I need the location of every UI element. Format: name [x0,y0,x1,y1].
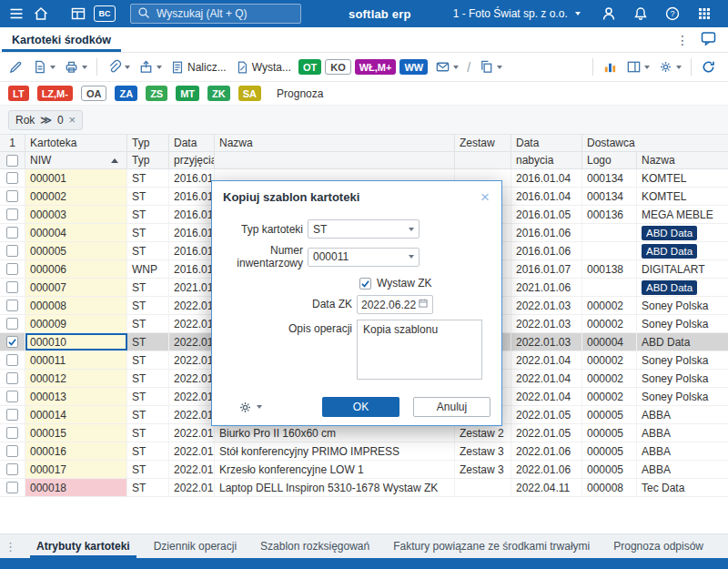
badge-lt[interactable]: LT [8,86,29,101]
cell-niw[interactable]: 000005 [25,242,127,259]
export-button[interactable] [136,57,165,76]
row-checkbox[interactable] [6,391,18,402]
col-header-kartoteka[interactable]: Kartoteka [25,135,127,151]
row-checkbox[interactable] [6,372,18,384]
subcol-header-nabycia[interactable]: nabycia [511,152,582,168]
layout-button[interactable] [623,57,652,76]
wystaw-button[interactable]: Wysta... [232,58,294,76]
cancel-button[interactable]: Anuluj [413,397,490,417]
apps-grid-icon[interactable] [693,2,717,26]
cell-niw[interactable]: 000001 [25,169,127,187]
badge-ot[interactable]: OT [298,59,321,75]
bell-icon[interactable] [629,2,653,26]
col-header-data-nabycia[interactable]: Data [511,135,582,151]
col-header-data-przyjecia[interactable]: Data [169,135,215,151]
col-header-typ[interactable]: Typ [127,135,169,151]
row-checkbox[interactable] [6,227,18,239]
prognoza-button[interactable]: Prognoza [277,87,323,100]
table-row[interactable]: 000015ST2022.01.05Biurko Pro II 160x60 c… [0,424,728,442]
ok-button[interactable]: OK [322,397,399,417]
row-checkbox[interactable] [6,336,18,348]
home-icon[interactable] [28,2,53,26]
help-icon[interactable]: ? [661,2,685,26]
cell-niw[interactable]: 000014 [25,406,127,423]
dialog-gear-button[interactable] [238,400,262,415]
subcol-header-logo[interactable]: Logo [582,152,637,168]
footer-tab-dziennik-operacji[interactable]: Dziennik operacji [142,534,248,558]
subcol-header-niw[interactable]: NIW [25,152,127,168]
barcode-icon[interactable]: BC [94,5,116,22]
chart-icon[interactable] [600,57,621,76]
copy-button[interactable] [476,57,505,76]
cell-niw[interactable]: 000004 [25,224,127,241]
document-info-button[interactable] [29,57,58,76]
filter-chip-rok[interactable]: Rok ≫ 0 × [8,110,83,130]
user-icon[interactable] [597,2,622,26]
badge-zk[interactable]: ZK [207,86,230,101]
kebab-menu-icon[interactable]: ⋮ [676,33,689,47]
chip-remove-icon[interactable]: × [69,113,76,127]
badge-oa[interactable]: OA [81,86,107,101]
search-input[interactable]: Wyszukaj (Alt + Q) [130,4,301,24]
badge-sa[interactable]: SA [238,86,261,101]
company-selector[interactable]: 1 - Foto Świat sp. z o.o. [453,7,581,20]
row-checkbox[interactable] [6,409,18,421]
refresh-button[interactable] [698,57,719,76]
badge-za[interactable]: ZA [115,86,137,101]
cell-niw[interactable]: 000011 [25,351,127,369]
col-header-dostawca[interactable]: Dostawca [582,135,728,151]
row-checkbox[interactable] [6,318,18,330]
chat-icon[interactable] [700,30,717,49]
row-checkbox[interactable] [6,172,18,184]
wystaw-zk-checkbox[interactable] [359,278,371,290]
footer-tab-atrybuty-kartoteki[interactable]: Atrybuty kartoteki [25,534,142,558]
cell-niw[interactable]: 000012 [25,370,127,387]
tab-kartoteki-srodkow[interactable]: Kartoteki środków [2,27,121,52]
gear-button[interactable] [655,57,684,76]
cell-niw[interactable]: 000006 [25,260,127,278]
badge-zs[interactable]: ZS [146,86,167,101]
footer-tab-prognoza-odpisów[interactable]: Prognoza odpisów [602,534,715,558]
badge-lz-m-[interactable]: LZ,M- [37,86,73,101]
table-icon[interactable] [66,2,90,26]
calendar-icon[interactable] [418,298,429,311]
select-all-checkbox[interactable] [6,155,18,167]
menu-icon[interactable] [4,2,28,26]
subcol-header-przyjecia[interactable]: przyjęcia [169,152,215,168]
footer-tab-szablon-rozksięgowań[interactable]: Szablon rozksięgowań [248,534,381,558]
cell-niw[interactable]: 000018 [25,479,127,496]
row-checkbox[interactable] [6,263,18,275]
row-checkbox[interactable] [6,245,18,257]
data-zk-input[interactable]: 2022.06.22 [357,295,433,314]
attachment-button[interactable] [104,57,133,76]
cell-niw[interactable]: 000016 [25,442,127,460]
cell-niw[interactable]: 000017 [25,461,127,478]
print-button[interactable] [61,57,90,76]
row-checkbox[interactable] [6,463,18,475]
row-checkbox[interactable] [6,482,18,493]
footer-tab-faktury-powiązane-ze-środkami-trwałymi[interactable]: Faktury powiązane ze środkami trwałymi [381,534,602,558]
drag-dots-icon[interactable]: ⋮ [0,540,25,554]
row-checkbox[interactable] [6,300,18,311]
cell-niw[interactable]: 000009 [25,315,127,332]
row-checkbox[interactable] [6,190,18,202]
cell-niw[interactable]: 000015 [25,424,127,442]
col-header-zestaw[interactable]: Zestaw [455,135,511,151]
row-checkbox[interactable] [6,354,18,366]
table-row[interactable]: 000018ST2022.01.03Laptop DELL Inspiron 5… [0,479,728,497]
row-checkbox[interactable] [6,427,18,439]
table-row[interactable]: 000017ST2022.01.06Krzesło konferencyjne … [0,461,728,479]
subcol-header-dostawca-nazwa[interactable]: Nazwa [637,152,728,168]
nalicz-button[interactable]: Nalicz... [167,58,229,76]
mail-button[interactable] [432,57,461,76]
numer-inwentarzowy-select[interactable]: 000011 [308,248,420,267]
badge-ko[interactable]: KO [325,59,351,75]
cell-niw[interactable]: 000003 [25,206,127,223]
col-header-nazwa[interactable]: Nazwa [215,135,455,151]
opis-operacji-textarea[interactable]: Kopia szablonu [357,320,482,380]
cell-niw[interactable]: 000013 [25,388,127,405]
cell-niw[interactable]: 000007 [25,279,127,296]
typ-kartoteki-select[interactable]: ST [308,219,420,239]
close-icon[interactable]: × [478,189,492,205]
cell-niw[interactable]: 000008 [25,297,127,314]
